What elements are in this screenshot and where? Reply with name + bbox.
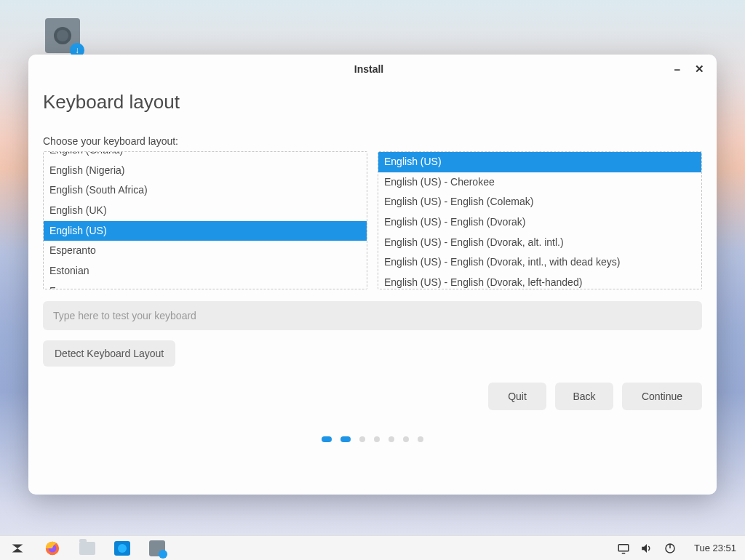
content-area: Keyboard layout Choose your keyboard lay… [28, 84, 717, 495]
disc-icon [54, 27, 71, 44]
power-icon[interactable] [664, 542, 677, 555]
list-item[interactable]: English (Ghana) [44, 151, 367, 161]
software-store-icon[interactable] [113, 540, 131, 557]
list-item[interactable]: English (US) - English (Dvorak) [378, 212, 701, 233]
list-item[interactable]: English (US) - English (Dvorak, left-han… [378, 273, 701, 289]
window-minimize-button[interactable]: − [670, 63, 685, 76]
keyboard-test-input[interactable] [43, 301, 702, 330]
progress-dot [389, 436, 394, 442]
list-item[interactable]: English (South Africa) [44, 180, 367, 201]
display-icon[interactable] [617, 542, 630, 555]
volume-icon[interactable] [640, 542, 653, 555]
list-item[interactable]: English (US) [44, 221, 367, 241]
list-item[interactable]: Esperanto [44, 241, 367, 261]
firefox-icon[interactable] [44, 540, 61, 557]
nav-buttons: Quit Back Continue [43, 383, 702, 410]
quit-button[interactable]: Quit [488, 383, 546, 410]
taskbar-apps [9, 540, 166, 557]
layout-variant-list[interactable]: English (US)English (US) - CherokeeEngli… [378, 151, 702, 289]
list-item[interactable]: English (US) - English (Dvorak, intl., w… [378, 252, 701, 273]
taskbar-system: Tue 23:51 [617, 542, 736, 555]
desktop-installer-icon[interactable]: ↓ [45, 18, 80, 53]
layout-language-list[interactable]: English (Ghana)English (Nigeria)English … [43, 151, 367, 289]
list-item[interactable]: English (US) [378, 152, 701, 172]
back-button[interactable]: Back [555, 383, 613, 410]
progress-dot [403, 436, 409, 442]
titlebar: Install − ✕ [28, 55, 717, 84]
files-icon[interactable] [79, 540, 96, 557]
window-close-button[interactable]: ✕ [692, 63, 706, 76]
svg-marker-6 [642, 544, 647, 553]
svg-marker-1 [12, 548, 23, 553]
prompt-label: Choose your keyboard layout: [43, 135, 702, 147]
progress-dots [43, 410, 702, 455]
page-title: Keyboard layout [43, 91, 702, 113]
progress-dot [322, 436, 332, 442]
installer-taskbar-icon[interactable] [148, 540, 166, 557]
progress-dot [340, 436, 351, 442]
list-item[interactable]: English (US) - English (Colemak) [378, 192, 701, 212]
progress-dot [359, 436, 365, 442]
list-item[interactable]: English (US) - Cherokee [378, 172, 701, 193]
svg-marker-0 [12, 544, 23, 548]
taskbar: Tue 23:51 [0, 535, 745, 560]
list-item[interactable]: English (US) - English (Dvorak, alt. int… [378, 233, 701, 253]
layout-lists: English (Ghana)English (Nigeria)English … [43, 151, 702, 289]
clock[interactable]: Tue 23:51 [694, 543, 736, 553]
detect-layout-button[interactable]: Detect Keyboard Layout [43, 340, 175, 367]
list-item[interactable]: English (Nigeria) [44, 161, 367, 181]
list-item[interactable]: Estonian [44, 261, 367, 281]
svg-rect-4 [618, 544, 629, 551]
progress-dot [418, 436, 423, 442]
list-item[interactable]: English (UK) [44, 201, 367, 221]
progress-dot [374, 436, 380, 442]
installer-window: Install − ✕ Keyboard layout Choose your … [28, 55, 717, 495]
window-title: Install [68, 63, 670, 75]
continue-button[interactable]: Continue [622, 383, 702, 410]
zorin-menu-icon[interactable] [9, 540, 26, 557]
list-item[interactable]: Faroese [44, 281, 367, 289]
